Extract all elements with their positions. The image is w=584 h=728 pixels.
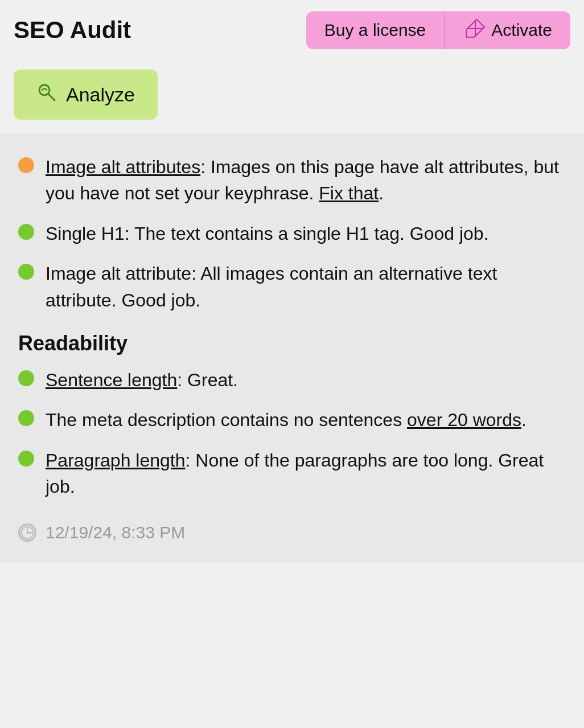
status-dot-green xyxy=(18,264,34,280)
readability-item-paragraph-length: Paragraph length: None of the paragraphs… xyxy=(18,447,566,500)
item-text: Single H1: The text contains a single H1… xyxy=(46,220,566,247)
audit-item-single-h1: Single H1: The text contains a single H1… xyxy=(18,220,566,247)
over-20-words-link[interactable]: over 20 words xyxy=(407,410,521,430)
item-text: Sentence length: Great. xyxy=(46,367,566,393)
analyze-label: Analyze xyxy=(66,84,135,106)
readability-list: Sentence length: Great. The meta descrip… xyxy=(18,367,566,500)
readability-item-meta-description: The meta description contains no sentenc… xyxy=(18,407,566,433)
readability-item-sentence-length: Sentence length: Great. xyxy=(18,367,566,393)
audit-list: Image alt attributes: Images on this pag… xyxy=(18,154,566,313)
timestamp-text: 12/19/24, 8:33 PM xyxy=(46,523,185,542)
buy-license-button[interactable]: Buy a license xyxy=(306,11,445,49)
readability-heading: Readability xyxy=(18,332,566,355)
activate-label: Activate xyxy=(491,21,552,40)
svg-line-1 xyxy=(48,94,55,100)
item-text: Image alt attribute: All images contain … xyxy=(46,260,566,313)
key-icon: ⌫ xyxy=(459,15,489,45)
item-text: Image alt attributes: Images on this pag… xyxy=(46,154,566,207)
image-alt-attributes-link[interactable]: Image alt attributes xyxy=(46,157,200,177)
analyze-section: Analyze xyxy=(0,60,584,131)
app-title: SEO Audit xyxy=(14,17,131,44)
footer-timestamp: 12/19/24, 8:33 PM xyxy=(18,523,566,542)
analyze-button[interactable]: Analyze xyxy=(14,69,158,120)
status-dot-green xyxy=(18,451,34,467)
clock-icon xyxy=(18,523,36,542)
fix-that-link[interactable]: Fix that xyxy=(319,183,379,203)
status-dot-green xyxy=(18,410,34,426)
analyze-icon xyxy=(36,82,57,107)
header: SEO Audit Buy a license ⌫ Activate xyxy=(0,0,584,60)
audit-item-image-alt-attribute: Image alt attribute: All images contain … xyxy=(18,260,566,313)
status-dot-green xyxy=(18,224,34,240)
svg-point-2 xyxy=(21,526,33,538)
status-dot-orange xyxy=(18,157,34,173)
sentence-length-link[interactable]: Sentence length xyxy=(46,370,177,390)
item-text: Paragraph length: None of the paragraphs… xyxy=(46,447,566,500)
status-dot-green xyxy=(18,370,34,386)
activate-button[interactable]: ⌫ Activate xyxy=(445,11,570,49)
item-text: The meta description contains no sentenc… xyxy=(46,407,566,433)
content-panel: Image alt attributes: Images on this pag… xyxy=(0,133,584,563)
header-actions: Buy a license ⌫ Activate xyxy=(306,11,570,49)
paragraph-length-link[interactable]: Paragraph length xyxy=(46,450,186,471)
audit-item-image-alt-attributes: Image alt attributes: Images on this pag… xyxy=(18,154,566,207)
